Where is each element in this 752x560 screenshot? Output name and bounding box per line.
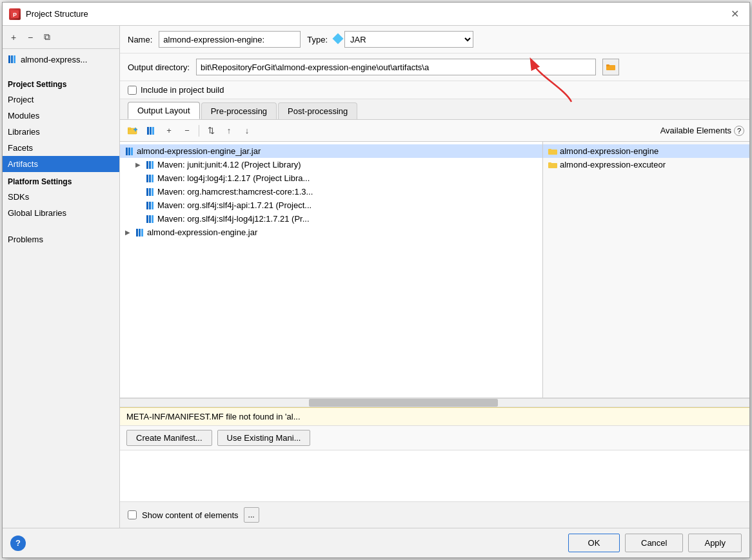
create-manifest-button[interactable]: Create Manifest... xyxy=(126,430,212,446)
svg-rect-3 xyxy=(11,55,13,63)
tab-post-processing[interactable]: Post-processing xyxy=(278,102,357,119)
tree-item-maven-log4j[interactable]: Maven: log4j:log4j:1.2.17 (Project Libra… xyxy=(120,171,542,185)
show-content-label: Show content of elements xyxy=(142,510,239,520)
tree-item-maven-hamcrest[interactable]: Maven: org.hamcrest:hamcrest-core:1.3... xyxy=(120,185,542,198)
apply-button[interactable]: Apply xyxy=(688,534,742,552)
sidebar-item-label: SDKs xyxy=(8,192,29,202)
output-dir-input[interactable] xyxy=(196,59,596,75)
sidebar-item-global-libraries[interactable]: Global Libraries xyxy=(3,205,119,221)
tree-item-maven-junit[interactable]: ▶ Maven: junit:junit:4.12 (Project Libra… xyxy=(120,158,542,171)
sidebar-item-label: Problems xyxy=(8,235,43,244)
horizontal-scrollbar[interactable] xyxy=(120,398,749,407)
include-checkbox[interactable] xyxy=(128,86,137,95)
tree-item-engine-jar[interactable]: ▶ almond-expression-engine.jar xyxy=(120,226,542,239)
remove-item-button[interactable]: − xyxy=(179,123,195,139)
tab-output-layout[interactable]: Output Layout xyxy=(128,102,200,119)
tab-pre-processing[interactable]: Pre-processing xyxy=(201,102,277,119)
add-archive-icon xyxy=(146,126,155,135)
svg-rect-13 xyxy=(147,127,149,135)
ellipsis-button[interactable]: ... xyxy=(244,507,259,523)
sidebar-artifact-item[interactable]: almond-express... xyxy=(3,49,119,70)
jar-icon xyxy=(146,160,155,169)
title-bar: P Project Structure ✕ xyxy=(3,3,749,26)
warning-row: META-INF/MANIFEST.MF file not found in '… xyxy=(120,407,749,425)
warning-text: META-INF/MANIFEST.MF file not found in '… xyxy=(126,412,301,421)
jar-icon xyxy=(146,188,155,197)
svg-rect-2 xyxy=(8,55,10,63)
svg-rect-15 xyxy=(152,127,154,135)
right-panel: Name: Type: JAR WAR EAR Output directory… xyxy=(120,26,749,528)
add-item-button[interactable]: + xyxy=(161,123,177,139)
main-content: + − ⧉ almond-express... Project Settings… xyxy=(3,26,749,528)
two-column-layout: almond-expression-engine_jar.jar ▶ Maven… xyxy=(120,142,749,398)
sidebar-item-label: Facets xyxy=(8,143,33,153)
svg-rect-10 xyxy=(128,128,131,130)
name-input[interactable] xyxy=(159,31,301,48)
toolbar-separator xyxy=(199,125,199,137)
app-icon: P xyxy=(9,8,21,20)
move-down-button[interactable]: ↓ xyxy=(239,123,255,139)
available-item-engine[interactable]: almond-expression-engine xyxy=(543,144,749,158)
tabs-row: Output Layout Pre-processing Post-proces… xyxy=(120,99,749,120)
tree-item-label: Maven: org.slf4j:slf4j-log4j12:1.7.21 (P… xyxy=(157,214,310,224)
add-folder-icon xyxy=(128,126,138,135)
sidebar-item-label: Artifacts xyxy=(8,159,38,169)
sidebar-item-problems[interactable]: Problems xyxy=(3,231,119,247)
sidebar-item-facets[interactable]: Facets xyxy=(3,140,119,156)
svg-rect-33 xyxy=(152,215,153,223)
sidebar-copy-button[interactable]: ⧉ xyxy=(40,30,54,44)
show-content-checkbox[interactable] xyxy=(128,510,137,519)
svg-rect-8 xyxy=(606,64,609,66)
move-up-button[interactable]: ↑ xyxy=(221,123,237,139)
folder-browse-icon xyxy=(606,63,615,71)
sidebar-remove-button[interactable]: − xyxy=(23,30,37,44)
project-structure-dialog: P Project Structure ✕ + − ⧉ a xyxy=(2,2,750,558)
artifact-list-icon xyxy=(8,55,17,64)
project-settings-header: Project Settings xyxy=(3,75,119,92)
svg-rect-21 xyxy=(152,161,153,169)
svg-rect-31 xyxy=(146,215,148,223)
sort-button[interactable]: ⇅ xyxy=(203,123,219,139)
help-button[interactable]: ? xyxy=(10,536,26,551)
add-folder-button[interactable] xyxy=(125,123,141,139)
expand-arrow: ▶ xyxy=(125,229,133,236)
svg-rect-35 xyxy=(139,229,141,237)
sidebar-item-modules[interactable]: Modules xyxy=(3,108,119,124)
svg-rect-17 xyxy=(128,148,130,155)
sidebar-item-libraries[interactable]: Libraries xyxy=(3,124,119,140)
type-select[interactable]: JAR WAR EAR xyxy=(344,31,473,48)
ok-button[interactable]: OK xyxy=(568,534,620,552)
add-archive-button[interactable] xyxy=(143,123,159,139)
browse-folder-button[interactable] xyxy=(602,59,619,75)
svg-rect-32 xyxy=(149,215,151,223)
use-existing-manifest-button[interactable]: Use Existing Mani... xyxy=(217,430,311,446)
tree-item-maven-slf4j-log4j[interactable]: Maven: org.slf4j:slf4j-log4j12:1.7.21 (P… xyxy=(120,212,542,226)
tree-item-jar-root[interactable]: almond-expression-engine_jar.jar xyxy=(120,144,542,158)
tree-item-label: Maven: log4j:log4j:1.2.17 (Project Libra… xyxy=(157,173,310,183)
help-circle-icon[interactable]: ? xyxy=(734,126,744,136)
sidebar-item-project[interactable]: Project xyxy=(3,92,119,108)
sidebar-item-label: Project xyxy=(8,95,34,104)
available-item-excuteor[interactable]: almond-expression-excuteor xyxy=(543,158,749,171)
svg-rect-19 xyxy=(146,161,148,169)
jar-icon xyxy=(146,215,155,224)
cancel-button[interactable]: Cancel xyxy=(625,534,683,552)
scrollbar-thumb[interactable] xyxy=(309,399,498,407)
sidebar: + − ⧉ almond-express... Project Settings… xyxy=(3,26,120,528)
sidebar-add-button[interactable]: + xyxy=(6,30,21,44)
tree-item-maven-slf4j-api[interactable]: Maven: org.slf4j:slf4j-api:1.7.21 (Proje… xyxy=(120,198,542,212)
output-dir-label: Output directory: xyxy=(128,63,190,72)
svg-rect-20 xyxy=(149,161,151,169)
available-item-label: almond-expression-excuteor xyxy=(560,160,666,169)
content-toolbar: + − ⇅ ↑ ↓ Available Elements ? xyxy=(120,120,749,142)
jar-root-icon xyxy=(125,147,134,156)
sidebar-item-artifacts[interactable]: Artifacts xyxy=(3,156,119,172)
sidebar-toolbar: + − ⧉ xyxy=(3,26,119,49)
svg-rect-26 xyxy=(149,188,151,196)
svg-rect-22 xyxy=(146,175,148,182)
name-label: Name: xyxy=(128,35,152,44)
svg-rect-14 xyxy=(150,127,152,135)
close-button[interactable]: ✕ xyxy=(727,6,743,21)
show-content-row: Show content of elements ... xyxy=(120,501,749,528)
sidebar-item-sdks[interactable]: SDKs xyxy=(3,189,119,205)
